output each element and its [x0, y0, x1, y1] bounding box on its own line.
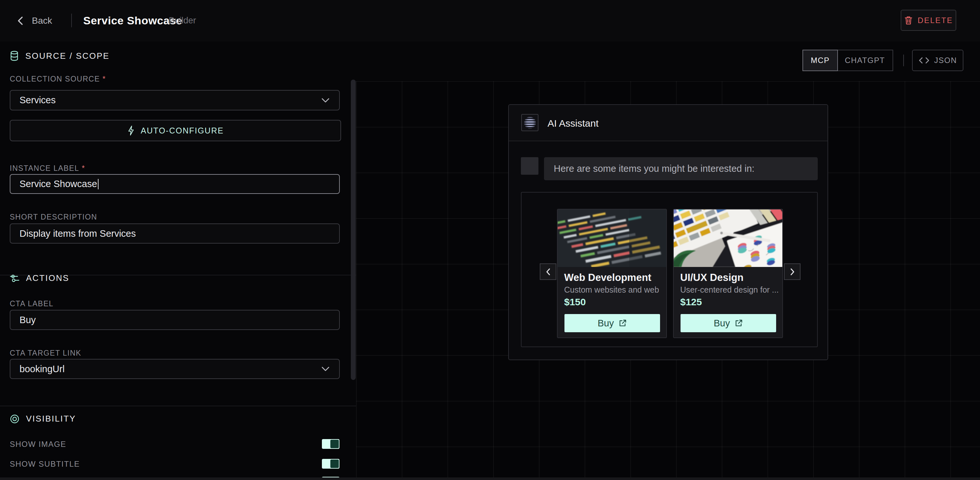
collection-source-value: Services — [19, 95, 56, 106]
back-button[interactable]: Back — [16, 13, 52, 29]
short-description-label: SHORT DESCRIPTION — [10, 213, 97, 222]
panel-scrollbar-thumb[interactable] — [351, 79, 356, 380]
target-icon — [10, 414, 19, 424]
section-title: VISIBILITY — [26, 414, 76, 424]
uiux-design-image — [674, 209, 783, 267]
cta-target-link-label: CTA TARGET LINK — [10, 349, 81, 358]
chevron-left-icon — [16, 16, 25, 26]
carousel-next-button[interactable] — [784, 263, 800, 280]
section-actions: ACTIONS — [10, 273, 69, 283]
cta-label-input[interactable]: Buy — [10, 310, 340, 330]
ai-assistant-name: AI Assistant — [547, 118, 598, 129]
page-subtitle: Builder — [169, 16, 196, 26]
sliders-icon — [10, 274, 19, 283]
instance-label-label: INSTANCE LABEL* — [10, 164, 85, 173]
settings-panel: SOURCE / SCOPE COLLECTION SOURCE* Servic… — [0, 41, 356, 480]
section-divider — [0, 406, 356, 406]
collection-source-select[interactable]: Services — [10, 90, 340, 111]
chevron-down-icon — [321, 97, 330, 103]
ai-avatar — [521, 114, 538, 131]
show-image-label: SHOW IMAGE — [10, 440, 66, 449]
preview-canvas: AI Assistant Here are some items you mig… — [356, 81, 980, 480]
message-bubble: Here are some items you might be interes… — [544, 157, 818, 180]
tab-mcp[interactable]: MCP — [802, 50, 838, 71]
delete-label: DELETE — [918, 16, 953, 25]
buy-label: Buy — [714, 318, 730, 329]
collection-source-label: COLLECTION SOURCE* — [10, 75, 106, 84]
card-title: UI/UX Design — [680, 272, 744, 284]
json-label: JSON — [934, 56, 957, 65]
buy-label: Buy — [598, 318, 614, 329]
text-cursor — [98, 179, 99, 189]
show-subtitle-label: SHOW SUBTITLE — [10, 459, 80, 469]
bottom-scrollbar-track[interactable] — [0, 477, 980, 480]
preview-mode-tabs: MCP CHATGPT — [802, 50, 893, 71]
buy-button[interactable]: Buy — [565, 314, 660, 332]
carousel-prev-button[interactable] — [540, 263, 556, 280]
external-link-icon — [735, 319, 743, 327]
ai-assistant-header: AI Assistant — [509, 105, 827, 141]
show-subtitle-toggle[interactable] — [322, 459, 339, 469]
required-asterisk: * — [82, 164, 85, 173]
json-button[interactable]: JSON — [912, 50, 963, 71]
toggle-thumb — [330, 440, 339, 448]
web-development-image — [558, 209, 667, 267]
card-price: $125 — [680, 296, 702, 307]
cta-label-label: CTA LABEL — [10, 299, 54, 308]
delete-button[interactable]: DELETE — [900, 10, 956, 31]
required-asterisk: * — [102, 75, 106, 83]
tab-chatgpt[interactable]: CHATGPT — [837, 50, 892, 70]
short-description-input[interactable]: Display items from Services — [10, 223, 340, 244]
code-icon — [918, 57, 930, 64]
trash-icon — [904, 16, 913, 25]
back-label: Back — [32, 16, 52, 26]
cta-label-value: Buy — [19, 315, 36, 325]
topbar-divider — [71, 14, 72, 27]
database-icon — [10, 51, 19, 61]
item-carousel: Web Development Custom websites and web … — [521, 192, 818, 347]
message-text: Here are some items you might be interes… — [554, 163, 754, 174]
auto-configure-button[interactable]: AUTO-CONFIGURE — [10, 120, 341, 141]
short-description-value: Display items from Services — [19, 228, 136, 239]
section-title: SOURCE / SCOPE — [25, 51, 110, 61]
page-title: Service Showcase — [83, 14, 182, 27]
instance-label-input[interactable]: Service Showcase — [10, 174, 340, 194]
message-avatar — [521, 157, 538, 175]
toggle-thumb — [330, 459, 339, 468]
ai-assistant-panel: AI Assistant Here are some items you mig… — [508, 104, 828, 360]
card-price: $150 — [564, 296, 586, 307]
cta-target-link-value: bookingUrl — [19, 364, 65, 374]
card-title: Web Development — [564, 272, 651, 284]
lightning-bolt-icon — [127, 125, 135, 136]
show-image-toggle[interactable] — [322, 439, 339, 449]
header-separator — [903, 55, 904, 66]
external-link-icon — [619, 319, 627, 327]
cta-target-link-select[interactable]: bookingUrl — [10, 359, 340, 379]
instance-label-value: Service Showcase — [19, 179, 97, 189]
top-bar: Back Service Showcase Builder DELETE — [0, 0, 980, 42]
card-subtitle: User-centered design for ... — [680, 285, 779, 295]
preview-header: LIVE PREVIEW MCP CHATGPT JSON — [356, 41, 980, 82]
service-card: UI/UX Design User-centered design for ..… — [673, 209, 783, 338]
section-visibility: VISIBILITY — [10, 414, 76, 424]
section-title: ACTIONS — [26, 273, 69, 283]
section-source-scope: SOURCE / SCOPE — [10, 51, 110, 61]
auto-configure-label: AUTO-CONFIGURE — [141, 126, 224, 135]
buy-button[interactable]: Buy — [681, 314, 776, 332]
service-card: Web Development Custom websites and web … — [557, 209, 667, 338]
chevron-down-icon — [321, 366, 330, 372]
globe-sphere-icon — [524, 117, 536, 128]
